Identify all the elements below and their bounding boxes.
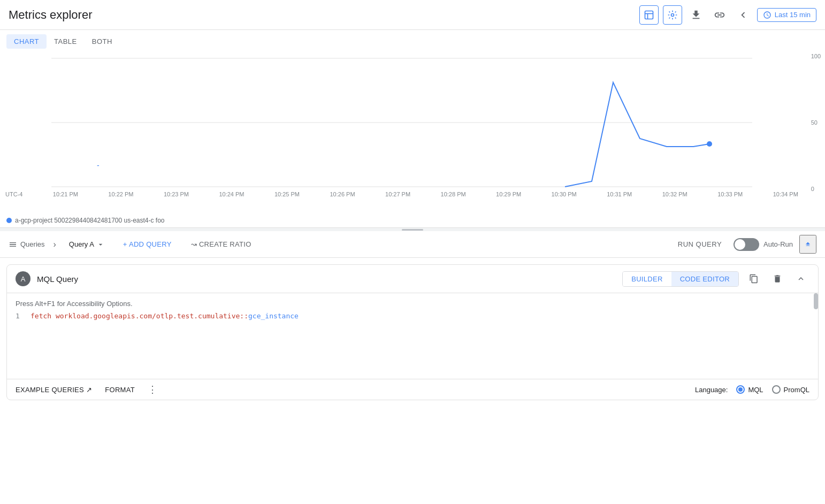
code-line-1: 1 fetch workload.googleapis.com/otlp.tes… xyxy=(16,312,809,320)
share-link-button[interactable] xyxy=(710,5,729,25)
toggle-thumb xyxy=(735,239,745,250)
query-badge: A xyxy=(16,271,30,286)
query-dropdown-icon xyxy=(96,240,105,249)
scrollbar-thumb[interactable] xyxy=(814,293,818,309)
chart-canvas: 100 50 0 - UTC-4 10:21 PM 10:22 PM 10:23… xyxy=(0,53,825,213)
create-ratio-button[interactable]: ↝ CREATE RATIO xyxy=(186,237,257,251)
run-query-label: RUN QUERY xyxy=(678,240,722,248)
collapse-queries-button[interactable] xyxy=(799,235,816,254)
format-button[interactable]: FORMAT xyxy=(105,386,135,394)
time-range-label: Last 15 min xyxy=(775,11,811,19)
delete-editor-button[interactable] xyxy=(769,270,786,287)
example-queries-label: EXAMPLE QUERIES ↗ xyxy=(16,386,92,394)
add-query-button[interactable]: + ADD QUERY xyxy=(118,237,177,251)
builder-view-button[interactable]: BUILDER xyxy=(623,272,671,286)
example-queries-button[interactable]: EXAMPLE QUERIES ↗ xyxy=(16,386,92,394)
queries-right: RUN QUERY Auto-Run xyxy=(673,235,816,254)
code-metric-name: workload.googleapis.com/otlp.test.cumula… xyxy=(56,312,240,320)
header-actions: Last 15 min xyxy=(639,5,816,25)
code-double-colon: :: xyxy=(240,312,248,320)
tab-both[interactable]: BOTH xyxy=(85,34,120,49)
queries-label-group: Queries xyxy=(9,240,45,249)
format-label: FORMAT xyxy=(105,386,135,394)
time-range-selector[interactable]: Last 15 min xyxy=(757,8,816,22)
legend-label: a-gcp-project 5002298440842481700 us-eas… xyxy=(15,217,165,224)
editor-header: A MQL Query BUILDER CODE EDITOR xyxy=(7,265,818,293)
promql-radio-label: PromQL xyxy=(784,386,809,394)
app-header: Metrics explorer xyxy=(0,0,825,30)
collapse-editor-button[interactable] xyxy=(792,270,809,287)
editor-body[interactable]: Press Alt+F1 for Accessibility Options. … xyxy=(7,293,818,379)
add-query-label: + ADD QUERY xyxy=(123,240,172,248)
copy-editor-button[interactable] xyxy=(745,270,762,287)
settings-button[interactable] xyxy=(663,5,682,25)
editor-footer: EXAMPLE QUERIES ↗ FORMAT ⋮ Language: MQL… xyxy=(7,379,818,400)
app-title: Metrics explorer xyxy=(9,8,92,22)
tab-table[interactable]: TABLE xyxy=(47,34,85,49)
language-selector: Language: MQL PromQL xyxy=(695,385,809,394)
chart-legend: a-gcp-project 5002298440842481700 us-eas… xyxy=(0,213,825,227)
mql-radio-button[interactable] xyxy=(736,385,745,394)
code-fetch-keyword: fetch xyxy=(30,312,56,320)
chart-section: CHART TABLE BOTH 100 50 0 - UTC-4 xyxy=(0,30,825,228)
download-button[interactable] xyxy=(686,5,706,25)
accessibility-hint: Press Alt+F1 for Accessibility Options. xyxy=(16,300,809,308)
svg-rect-0 xyxy=(645,11,653,19)
queries-text: Queries xyxy=(20,240,45,248)
query-badge-letter: A xyxy=(21,275,26,283)
code-content-1: fetch workload.googleapis.com/otlp.test.… xyxy=(30,312,299,320)
promql-radio-button[interactable] xyxy=(772,385,781,394)
query-selector[interactable]: Query A xyxy=(65,238,109,251)
editor-title: MQL Query xyxy=(37,274,78,284)
svg-point-3 xyxy=(671,13,674,16)
promql-radio-option[interactable]: PromQL xyxy=(772,385,809,394)
code-resource-type: gce_instance xyxy=(248,312,299,320)
svg-text:-: - xyxy=(97,161,100,170)
language-label: Language: xyxy=(695,386,728,394)
query-name: Query A xyxy=(69,240,94,248)
create-ratio-label: ↝ CREATE RATIO xyxy=(191,240,251,248)
line-number-1: 1 xyxy=(16,312,24,320)
view-tabs: CHART TABLE BOTH xyxy=(0,30,825,53)
auto-run-toggle[interactable] xyxy=(734,238,759,251)
breadcrumb-chevron: › xyxy=(54,240,56,249)
queries-bar: Queries › Query A + ADD QUERY ↝ CREATE R… xyxy=(0,231,825,258)
mql-radio-option[interactable]: MQL xyxy=(736,385,763,394)
mql-radio-label: MQL xyxy=(748,386,763,394)
more-options-button[interactable]: ⋮ xyxy=(148,384,157,395)
legend-color-dot xyxy=(6,218,12,223)
svg-point-8 xyxy=(707,141,712,147)
mql-editor-section: A MQL Query BUILDER CODE EDITOR Press Al… xyxy=(6,264,819,400)
tab-chart[interactable]: CHART xyxy=(6,34,47,49)
resize-handle-bar xyxy=(402,229,423,231)
chart-svg: - xyxy=(0,53,825,192)
auto-run-label: Auto-Run xyxy=(763,240,793,248)
expand-view-button[interactable] xyxy=(639,5,659,25)
queries-icon xyxy=(9,240,17,249)
code-editor-view-button[interactable]: CODE EDITOR xyxy=(671,272,738,286)
auto-run-toggle-container: Auto-Run xyxy=(734,238,793,251)
x-axis-labels: UTC-4 10:21 PM 10:22 PM 10:23 PM 10:24 P… xyxy=(0,191,804,197)
back-button[interactable] xyxy=(734,5,753,25)
editor-view-toggle: BUILDER CODE EDITOR xyxy=(622,271,739,287)
run-query-button[interactable]: RUN QUERY xyxy=(673,237,727,251)
